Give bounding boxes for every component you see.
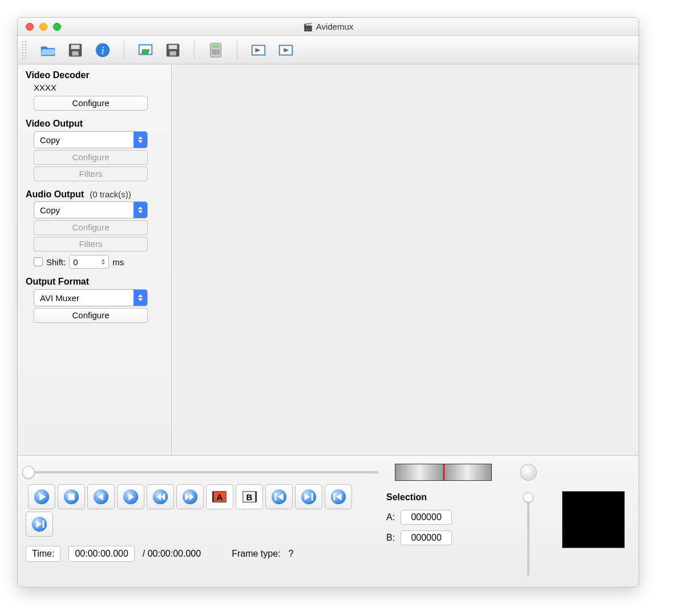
next-frame-button[interactable] (117, 484, 144, 509)
bottom-panel: A B Time: 00:00: (18, 456, 638, 587)
output-format-select[interactable]: AVI Muxer (34, 289, 148, 306)
svg-rect-2 (72, 51, 78, 55)
svg-rect-40 (334, 493, 336, 500)
svg-rect-15 (212, 52, 214, 54)
audio-shift-checkbox[interactable] (34, 257, 43, 266)
time-duration: / 00:00:00.000 (143, 549, 201, 559)
prev-black-frame-button[interactable] (325, 484, 352, 509)
info-icon[interactable]: i (94, 42, 111, 59)
video-output-configure-button: Configure (34, 150, 148, 165)
output-format-configure-button[interactable]: Configure (34, 308, 148, 323)
audio-output-filters-button: Filters (34, 237, 148, 252)
audio-preview-pane (556, 460, 630, 579)
next-keyframe-button[interactable] (176, 484, 204, 509)
prev-frame-button[interactable] (87, 484, 115, 509)
selection-pane: Selection A: 000000 B: 000000 (386, 460, 500, 579)
output-format-title: Output Format (26, 277, 163, 287)
app-icon: 🎬 (303, 22, 313, 31)
main: Video Decoder XXXX Configure Video Outpu… (18, 64, 638, 456)
toolbar: i (18, 36, 638, 64)
audio-output-section: Audio Output (0 track(s)) Copy Configure… (26, 189, 163, 269)
svg-rect-8 (169, 44, 177, 49)
next-black-frame-button[interactable] (26, 512, 53, 537)
video-output-filters-button: Filters (34, 167, 148, 181)
output-format-value: AVI Muxer (40, 293, 79, 303)
svg-text:B: B (246, 492, 253, 502)
video-output-codec-value: Copy (40, 135, 60, 145)
video-output-title: Video Output (26, 119, 163, 129)
svg-text:A: A (217, 492, 223, 502)
toolbar-divider (237, 41, 237, 59)
window: 🎬 Avidemux i (17, 17, 639, 587)
toolbar-divider (124, 41, 124, 59)
svg-rect-1 (71, 44, 80, 49)
stop-button[interactable] (58, 484, 85, 509)
svg-rect-13 (215, 50, 217, 52)
seek-thumb[interactable] (22, 466, 35, 479)
selection-title: Selection (386, 492, 500, 502)
svg-rect-14 (217, 50, 220, 52)
svg-rect-11 (212, 44, 219, 48)
open-project-icon[interactable] (137, 42, 154, 59)
open-file-icon[interactable] (39, 42, 56, 59)
selection-a-label: A: (386, 512, 395, 522)
svg-rect-17 (217, 52, 220, 54)
marker-out-icon[interactable] (277, 42, 294, 59)
transport-pane: A B Time: 00:00: (26, 460, 378, 579)
volume-toggle-button[interactable] (520, 464, 537, 481)
svg-rect-16 (215, 52, 217, 54)
select-arrows-icon (134, 290, 147, 306)
svg-rect-12 (212, 50, 214, 52)
audio-output-codec-select[interactable]: Copy (34, 201, 148, 218)
video-output-section: Video Output Copy Configure Filters (26, 119, 163, 181)
toolbar-divider (194, 41, 195, 59)
video-decoder-name: XXXX (34, 83, 163, 92)
svg-rect-9 (169, 51, 176, 55)
titlebar: 🎬 Avidemux (18, 18, 638, 36)
time-value[interactable]: 00:00:00.000 (68, 546, 134, 562)
volume-slider[interactable] (527, 492, 530, 576)
set-marker-a-button[interactable]: A (206, 484, 233, 509)
audio-shift-value-input[interactable]: 0 (69, 255, 109, 269)
time-label: Time: (26, 546, 60, 562)
frame-type-label: Frame type: (232, 549, 280, 559)
marker-in-icon[interactable] (250, 42, 267, 59)
svg-text:i: i (101, 44, 104, 56)
selection-b-value: 000000 (401, 530, 452, 545)
audio-shift-unit: ms (112, 257, 124, 267)
frame-type-value: ? (289, 549, 294, 559)
volume-thumb[interactable] (523, 492, 533, 502)
save-file-icon[interactable] (67, 42, 84, 59)
audio-output-codec-value: Copy (40, 205, 60, 215)
video-decoder-configure-button[interactable]: Configure (34, 96, 148, 111)
svg-rect-31 (212, 492, 214, 502)
video-output-codec-select[interactable]: Copy (34, 131, 148, 148)
audio-output-tracks: (0 track(s)) (90, 189, 131, 199)
spinner-arrows-icon (98, 256, 108, 268)
svg-rect-34 (255, 492, 257, 502)
video-decoder-section: Video Decoder XXXX Configure (26, 70, 163, 111)
toolbar-grip[interactable] (21, 40, 27, 60)
output-format-section: Output Format AVI Muxer Configure (26, 277, 163, 323)
video-preview-area (172, 64, 638, 455)
svg-rect-38 (312, 493, 313, 500)
sidebar: Video Decoder XXXX Configure Video Outpu… (18, 64, 172, 455)
save-project-icon[interactable] (164, 42, 181, 59)
prev-keyframe-button[interactable] (147, 484, 174, 509)
goto-marker-b-button[interactable] (295, 484, 322, 509)
select-arrows-icon (134, 132, 147, 148)
video-decoder-title: Video Decoder (26, 70, 163, 80)
seek-slider[interactable] (26, 471, 378, 473)
play-button[interactable] (28, 484, 55, 509)
audio-output-configure-button: Configure (34, 220, 148, 235)
goto-marker-a-button[interactable] (265, 484, 293, 509)
audio-shift-label: Shift: (46, 257, 66, 267)
svg-rect-42 (43, 520, 45, 528)
selection-b-label: B: (386, 533, 395, 543)
jog-wheel[interactable] (395, 464, 492, 481)
set-marker-b-button[interactable]: B (236, 484, 263, 509)
svg-rect-36 (275, 493, 277, 500)
calculator-icon[interactable] (207, 42, 224, 59)
select-arrows-icon (134, 202, 147, 218)
svg-rect-24 (68, 493, 74, 500)
